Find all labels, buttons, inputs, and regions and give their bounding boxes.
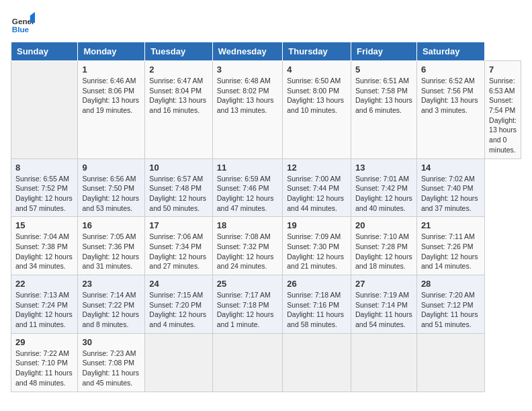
day-info: Sunrise: 7:19 AMSunset: 7:14 PMDaylight:… [355,290,412,330]
day-info: Sunrise: 7:23 AMSunset: 7:08 PMDaylight:… [82,349,140,388]
day-info: Sunrise: 6:48 AMSunset: 8:02 PMDaylight:… [217,76,278,116]
day-info: Sunrise: 7:02 AMSunset: 7:40 PMDaylight:… [421,174,480,214]
calendar-cell: 17Sunrise: 7:06 AMSunset: 7:34 PMDayligh… [145,217,212,275]
calendar-cell: 27Sunrise: 7:19 AMSunset: 7:14 PMDayligh… [351,275,417,334]
day-info: Sunrise: 7:11 AMSunset: 7:26 PMDaylight:… [421,232,480,271]
day-info: Sunrise: 7:15 AMSunset: 7:20 PMDaylight:… [149,290,208,330]
day-number: 17 [149,220,208,230]
day-number: 19 [287,220,347,230]
day-info: Sunrise: 7:18 AMSunset: 7:16 PMDaylight:… [287,290,347,330]
day-info: Sunrise: 6:57 AMSunset: 7:48 PMDaylight:… [149,174,208,214]
calendar-cell: 2Sunrise: 6:47 AMSunset: 8:04 PMDaylight… [145,61,212,159]
day-info: Sunrise: 7:06 AMSunset: 7:34 PMDaylight:… [149,232,208,271]
day-number: 7 [489,64,517,75]
day-number: 12 [287,163,347,173]
calendar-cell: 23Sunrise: 7:14 AMSunset: 7:22 PMDayligh… [78,275,145,334]
calendar-cell: 6Sunrise: 6:52 AMSunset: 7:56 PMDaylight… [416,61,484,159]
day-info: Sunrise: 6:50 AMSunset: 8:00 PMDaylight:… [287,76,347,116]
calendar-cell [145,333,212,392]
calendar-cell: 14Sunrise: 7:02 AMSunset: 7:40 PMDayligh… [416,158,484,217]
calendar-cell: 29Sunrise: 7:22 AMSunset: 7:10 PMDayligh… [11,333,78,392]
day-info: Sunrise: 6:52 AMSunset: 7:56 PMDaylight:… [421,76,480,116]
page-header: General Blue [11,11,521,35]
calendar-cell: 24Sunrise: 7:15 AMSunset: 7:20 PMDayligh… [145,275,212,334]
day-number: 9 [82,163,140,173]
day-number: 29 [15,337,73,347]
day-info: Sunrise: 7:14 AMSunset: 7:22 PMDaylight:… [82,290,140,330]
day-number: 16 [82,220,140,230]
calendar-cell: 18Sunrise: 7:08 AMSunset: 7:32 PMDayligh… [212,217,282,275]
day-number: 18 [217,220,278,230]
calendar-cell: 9Sunrise: 6:56 AMSunset: 7:50 PMDaylight… [78,158,145,217]
day-info: Sunrise: 7:05 AMSunset: 7:36 PMDaylight:… [82,232,140,271]
day-info: Sunrise: 7:04 AMSunset: 7:38 PMDaylight:… [15,232,73,271]
day-info: Sunrise: 6:55 AMSunset: 7:52 PMDaylight:… [15,174,73,214]
logo: General Blue [11,11,35,35]
calendar-cell [212,333,282,392]
day-number: 20 [355,220,412,230]
calendar-cell: 30Sunrise: 7:23 AMSunset: 7:08 PMDayligh… [78,333,145,392]
day-number: 23 [82,279,140,289]
calendar-cell: 1Sunrise: 6:46 AMSunset: 8:06 PMDaylight… [78,61,145,159]
day-number: 3 [217,64,278,75]
calendar-table: SundayMondayTuesdayWednesdayThursdayFrid… [11,42,521,392]
calendar-cell: 28Sunrise: 7:20 AMSunset: 7:12 PMDayligh… [416,275,484,334]
weekday-header-thursday: Thursday [283,42,351,61]
calendar-cell: 10Sunrise: 6:57 AMSunset: 7:48 PMDayligh… [145,158,212,217]
calendar-week-row: 1Sunrise: 6:46 AMSunset: 8:06 PMDaylight… [11,61,521,159]
calendar-cell [416,333,484,392]
day-info: Sunrise: 7:00 AMSunset: 7:44 PMDaylight:… [287,174,347,214]
calendar-cell: 22Sunrise: 7:13 AMSunset: 7:24 PMDayligh… [11,275,78,334]
calendar-cell: 26Sunrise: 7:18 AMSunset: 7:16 PMDayligh… [283,275,351,334]
calendar-cell [351,333,417,392]
day-number: 25 [217,279,278,289]
logo-icon: General Blue [11,11,35,35]
day-number: 27 [355,279,412,289]
calendar-cell: 21Sunrise: 7:11 AMSunset: 7:26 PMDayligh… [416,217,484,275]
day-number: 4 [287,64,347,75]
day-number: 14 [421,163,480,173]
day-number: 22 [15,279,73,289]
day-number: 21 [421,220,480,230]
svg-marker-2 [30,12,35,23]
day-info: Sunrise: 7:08 AMSunset: 7:32 PMDaylight:… [217,232,278,271]
day-info: Sunrise: 7:09 AMSunset: 7:30 PMDaylight:… [287,232,347,271]
calendar-cell: 3Sunrise: 6:48 AMSunset: 8:02 PMDaylight… [212,61,282,159]
day-info: Sunrise: 6:53 AMSunset: 7:54 PMDaylight:… [489,76,517,155]
calendar-cell [283,333,351,392]
weekday-header-wednesday: Wednesday [212,42,282,61]
day-info: Sunrise: 7:01 AMSunset: 7:42 PMDaylight:… [355,174,412,214]
weekday-header-saturday: Saturday [416,42,484,61]
day-info: Sunrise: 7:22 AMSunset: 7:10 PMDaylight:… [15,349,73,388]
day-info: Sunrise: 7:10 AMSunset: 7:28 PMDaylight:… [355,232,412,271]
calendar-cell: 12Sunrise: 7:00 AMSunset: 7:44 PMDayligh… [283,158,351,217]
weekday-header-friday: Friday [351,42,417,61]
day-number: 8 [15,163,73,173]
day-number: 24 [149,279,208,289]
calendar-cell: 5Sunrise: 6:51 AMSunset: 7:58 PMDaylight… [351,61,417,159]
calendar-week-row: 15Sunrise: 7:04 AMSunset: 7:38 PMDayligh… [11,217,521,275]
weekday-header-sunday: Sunday [11,42,78,61]
weekday-header-monday: Monday [78,42,145,61]
calendar-cell: 4Sunrise: 6:50 AMSunset: 8:00 PMDaylight… [283,61,351,159]
calendar-week-row: 8Sunrise: 6:55 AMSunset: 7:52 PMDaylight… [11,158,521,217]
day-number: 26 [287,279,347,289]
day-number: 13 [355,163,412,173]
day-info: Sunrise: 6:47 AMSunset: 8:04 PMDaylight:… [149,76,208,116]
day-number: 2 [149,64,208,75]
calendar-cell: 25Sunrise: 7:17 AMSunset: 7:18 PMDayligh… [212,275,282,334]
day-info: Sunrise: 6:46 AMSunset: 8:06 PMDaylight:… [82,76,140,116]
empty-cell [11,61,78,159]
day-info: Sunrise: 7:13 AMSunset: 7:24 PMDaylight:… [15,290,73,330]
day-info: Sunrise: 6:51 AMSunset: 7:58 PMDaylight:… [355,76,412,116]
calendar-week-row: 22Sunrise: 7:13 AMSunset: 7:24 PMDayligh… [11,275,521,334]
day-info: Sunrise: 7:17 AMSunset: 7:18 PMDaylight:… [217,290,278,330]
day-number: 28 [421,279,480,289]
calendar-cell: 7Sunrise: 6:53 AMSunset: 7:54 PMDaylight… [485,61,521,159]
calendar-cell: 20Sunrise: 7:10 AMSunset: 7:28 PMDayligh… [351,217,417,275]
day-info: Sunrise: 6:56 AMSunset: 7:50 PMDaylight:… [82,174,140,214]
svg-text:Blue: Blue [12,25,30,34]
calendar-cell: 16Sunrise: 7:05 AMSunset: 7:36 PMDayligh… [78,217,145,275]
day-info: Sunrise: 6:59 AMSunset: 7:46 PMDaylight:… [217,174,278,214]
day-info: Sunrise: 7:20 AMSunset: 7:12 PMDaylight:… [421,290,480,330]
